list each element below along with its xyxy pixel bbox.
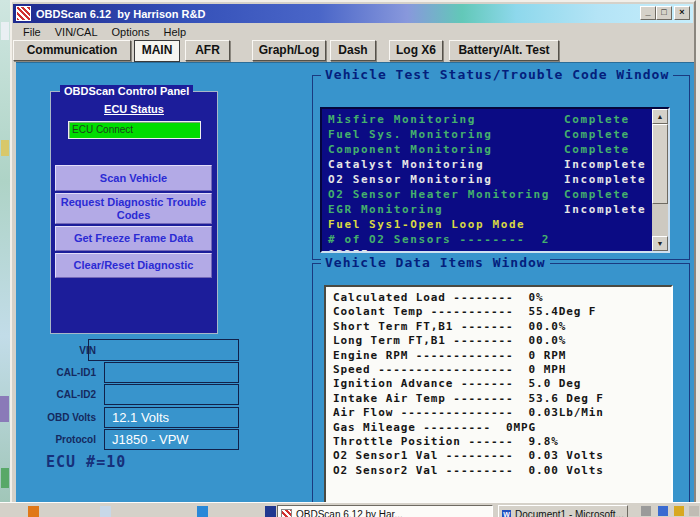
- data-item-row[interactable]: Intake Air Temp -------- 53.6 Deg F: [333, 392, 671, 406]
- scroll-up-icon[interactable]: ▲: [652, 109, 668, 124]
- launcher-icon-2[interactable]: [100, 506, 111, 517]
- vehicle-info-fields: VINCAL-ID1CAL-ID2OBD Volts12.1 VoltsProt…: [34, 339, 244, 451]
- taskbar-task-2[interactable]: WDocument1 - Microsoft...: [498, 505, 628, 517]
- tab-dash[interactable]: Dash: [330, 40, 376, 61]
- menu-item-help[interactable]: Help: [156, 25, 193, 39]
- background-window-edge: [696, 0, 700, 517]
- menu-item-file[interactable]: File: [16, 25, 48, 39]
- get-freeze-frame-data-button[interactable]: Get Freeze Frame Data: [55, 226, 212, 251]
- scroll-down-icon[interactable]: ▼: [652, 236, 668, 251]
- protocol-field[interactable]: J1850 - VPW: [104, 429, 239, 450]
- data-item-row[interactable]: Engine RPM ------------- 0 RPM: [333, 349, 671, 363]
- data-item-row[interactable]: Gas Mileage --------- 0MPG: [333, 421, 671, 435]
- test-name: OBDII: [328, 247, 564, 253]
- field-row-cal-id1: CAL-ID1: [34, 361, 244, 383]
- test-name: O2 Sensor Heater Monitoring: [328, 187, 564, 202]
- desktop-icon-fragment: [1, 140, 9, 156]
- test-name: # of O2 Sensors -------- 2: [328, 232, 564, 247]
- test-status-window-title: Vehicle Test Status/Trouble Code Window: [321, 67, 673, 82]
- tray-icon-1[interactable]: [641, 506, 651, 516]
- test-status-row[interactable]: Catalyst MonitoringIncomplete: [328, 157, 668, 172]
- data-item-row[interactable]: Speed ------------------ 0 MPH: [333, 363, 671, 377]
- data-item-row[interactable]: Ignition Advance ------- 5.0 Deg: [333, 377, 671, 391]
- test-status-row[interactable]: EGR MonitoringIncomplete: [328, 202, 668, 217]
- task-label: Document1 - Microsoft...: [515, 509, 624, 517]
- test-name: Fuel Sys. Monitoring: [328, 127, 564, 142]
- data-item-row[interactable]: Short Term FT,B1 ------- 00.0%: [333, 320, 671, 334]
- scan-vehicle-button[interactable]: Scan Vehicle: [55, 165, 212, 191]
- desktop-icon-fragment: [1, 468, 9, 488]
- taskbar-task-1[interactable]: OBDScan 6.12 by Har...: [277, 505, 493, 517]
- test-status: Complete: [564, 113, 630, 126]
- task-label: OBDScan 6.12 by Har...: [296, 509, 403, 517]
- vehicle-data-items-window: Vehicle Data Items Window Calculated Loa…: [312, 263, 690, 517]
- menu-item-options[interactable]: Options: [105, 25, 157, 39]
- test-status-row[interactable]: O2 Sensor MonitoringIncomplete: [328, 172, 668, 187]
- desktop-icon-fragment: [0, 396, 9, 422]
- window-title: OBDScan 6.12 by Harrison R&D: [31, 8, 205, 20]
- field-label: CAL-ID1: [34, 367, 104, 378]
- menu-item-vin-cal[interactable]: VIN/CAL: [48, 25, 105, 39]
- field-row-cal-id2: CAL-ID2: [34, 384, 244, 406]
- test-name: EGR Monitoring: [328, 202, 564, 217]
- test-status-row[interactable]: Component MonitoringComplete: [328, 142, 668, 157]
- test-status: Complete: [564, 143, 630, 156]
- title-bar[interactable]: OBDScan 6.12 by Harrison R&D _□×: [13, 4, 693, 23]
- data-items-listbox[interactable]: Calculated Load -------- 0%Coolant Temp …: [324, 285, 673, 517]
- field-label: OBD Volts: [34, 412, 104, 423]
- launcher-icon-4[interactable]: [265, 506, 276, 517]
- data-item-row[interactable]: Long Term FT,B1 -------- 00.0%: [333, 334, 671, 348]
- ecu-count-label: ECU #=10: [46, 453, 126, 471]
- test-status-row[interactable]: # of O2 Sensors -------- 2: [328, 232, 668, 247]
- obdscan-task-icon: [281, 509, 292, 517]
- test-name: Misfire Monitoring: [328, 112, 564, 127]
- data-item-row[interactable]: O2 Sensor1 Val --------- 0.03 Volts: [333, 449, 671, 463]
- test-status: Incomplete: [564, 158, 646, 171]
- test-status: Complete: [564, 188, 630, 201]
- data-item-row[interactable]: Air Flow --------------- 0.03Lb/Min: [333, 406, 671, 420]
- tab-graph-log[interactable]: Graph/Log: [252, 40, 326, 61]
- test-status-row[interactable]: OBDII: [328, 247, 668, 253]
- tray-icon-2[interactable]: [658, 506, 668, 516]
- test-status-row[interactable]: O2 Sensor Heater MonitoringComplete: [328, 187, 668, 202]
- launcher-icon-1[interactable]: [28, 506, 39, 517]
- vin-field[interactable]: [88, 339, 239, 361]
- test-status-listbox[interactable]: Misfire MonitoringCompleteFuel Sys. Moni…: [320, 107, 670, 253]
- menu-bar: FileVIN/CALOptionsHelp: [12, 23, 694, 40]
- tab-main[interactable]: MAIN: [134, 40, 180, 62]
- request-diagnostic-trouble-codes-button[interactable]: Request Diagnostic Trouble Codes: [55, 193, 212, 224]
- test-status: Incomplete: [564, 173, 646, 186]
- obdscan-control-panel: OBDScan Control Panel ECU Status ECU Con…: [50, 91, 218, 334]
- test-status-row[interactable]: Fuel Sys. MonitoringComplete: [328, 127, 668, 142]
- tray-icon-4[interactable]: [689, 506, 699, 516]
- tab-afr[interactable]: AFR: [185, 40, 230, 61]
- cal-id1-field[interactable]: [104, 362, 239, 383]
- tab-row: CommunicationMAINAFRGraph/LogDashLog X6B…: [12, 40, 694, 62]
- maximize-button[interactable]: □: [656, 6, 672, 20]
- test-name: Component Monitoring: [328, 142, 564, 157]
- test-status-scrollbar[interactable]: ▲ ▼: [652, 109, 668, 251]
- test-name: Fuel Sys1-Open Loop Mode: [328, 217, 564, 232]
- test-status: Incomplete: [564, 203, 646, 216]
- taskbar: OBDScan 6.12 by Har...WDocument1 - Micro…: [0, 502, 700, 517]
- ecu-status-label: ECU Status: [51, 103, 217, 115]
- field-label: CAL-ID2: [34, 389, 104, 400]
- minimize-button[interactable]: _: [640, 6, 656, 20]
- test-status-row[interactable]: Fuel Sys1-Open Loop Mode: [328, 217, 668, 232]
- scrollbar-thumb[interactable]: [652, 124, 668, 204]
- clear-reset-diagnostic-button[interactable]: Clear/Reset Diagnostic: [55, 253, 212, 278]
- launcher-icon-3[interactable]: [197, 506, 208, 517]
- data-item-row[interactable]: O2 Sensor2 Val --------- 0.00 Volts: [333, 464, 671, 478]
- test-status-row[interactable]: Misfire MonitoringComplete: [328, 112, 668, 127]
- tab-log-x6[interactable]: Log X6: [389, 40, 443, 61]
- tray-icon-3[interactable]: [674, 506, 684, 516]
- cal-id2-field[interactable]: [104, 384, 239, 405]
- data-item-row[interactable]: Coolant Temp ----------- 55.4Deg F: [333, 305, 671, 319]
- close-button[interactable]: ×: [674, 6, 690, 20]
- test-name: O2 Sensor Monitoring: [328, 172, 564, 187]
- data-item-row[interactable]: Calculated Load -------- 0%: [333, 291, 671, 305]
- tab-battery-alt-test[interactable]: Battery/Alt. Test: [449, 40, 559, 61]
- obd-volts-field[interactable]: 12.1 Volts: [104, 407, 239, 428]
- tab-communication[interactable]: Communication: [13, 40, 131, 61]
- data-item-row[interactable]: Throttle Position ------ 9.8%: [333, 435, 671, 449]
